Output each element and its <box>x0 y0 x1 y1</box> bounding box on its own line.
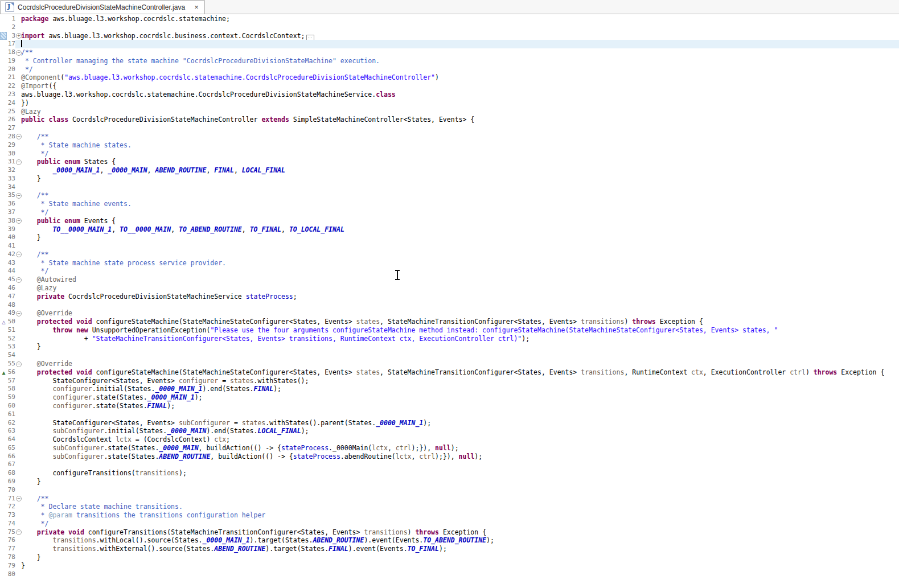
code-text[interactable]: transitions.withLocal().source(States._0… <box>21 536 899 545</box>
code-text[interactable] <box>21 124 899 133</box>
code-text[interactable]: @Component("aws.bluage.l3.workshop.cocrd… <box>21 73 899 82</box>
line-number[interactable]: 27 <box>7 124 15 133</box>
line-number[interactable]: 74 <box>7 520 15 528</box>
line-number[interactable]: 22 <box>7 82 15 91</box>
code-text[interactable]: configurer.state(States._0000_MAIN_1); <box>21 393 899 402</box>
code-text[interactable]: @Override <box>21 309 899 318</box>
line-number[interactable]: 62 <box>7 419 15 427</box>
code-text[interactable]: import aws.bluage.l3.workshop.cocrdslc.b… <box>21 32 899 40</box>
code-text[interactable]: public class CocrdslcProcedureDivisionSt… <box>21 116 899 124</box>
line-number[interactable]: 49 <box>7 309 15 318</box>
line-number[interactable]: 26 <box>7 116 15 124</box>
code-text[interactable]: /** <box>21 495 899 503</box>
line-number[interactable]: 23 <box>7 91 15 99</box>
code-text[interactable] <box>21 570 899 579</box>
code-editor[interactable]: 1package aws.bluage.l3.workshop.cocrdslc… <box>0 14 899 578</box>
line-number[interactable]: 33 <box>7 175 15 183</box>
code-text[interactable]: package aws.bluage.l3.workshop.cocrdslc.… <box>21 15 899 23</box>
line-number[interactable]: 1 <box>7 15 15 23</box>
code-text[interactable]: * @param transitions the transitions con… <box>21 511 899 520</box>
line-number[interactable]: 37 <box>7 208 15 217</box>
line-number[interactable]: 44 <box>7 267 15 276</box>
line-number[interactable]: 75 <box>7 528 15 537</box>
code-text[interactable] <box>21 183 899 192</box>
code-text[interactable]: aws.bluage.l3.workshop.cocrdslc.statemac… <box>21 91 899 99</box>
code-text[interactable] <box>21 410 899 419</box>
line-number[interactable]: 41 <box>7 242 15 250</box>
line-number[interactable]: 50 <box>7 318 15 326</box>
line-number[interactable]: 54 <box>7 351 15 360</box>
code-text[interactable]: private void configureTransitions(StateM… <box>21 528 899 537</box>
code-text[interactable]: @Autowired <box>21 276 899 284</box>
line-number[interactable]: 30 <box>7 150 15 158</box>
line-number[interactable]: 69 <box>7 478 15 486</box>
code-text[interactable] <box>21 23 899 32</box>
code-text[interactable]: /** <box>21 191 899 200</box>
code-text[interactable]: throw new UnsupportedOperationException(… <box>21 326 899 335</box>
code-text[interactable]: /** <box>21 48 899 57</box>
code-text[interactable]: subConfigurer.initial(States._0000_MAIN)… <box>21 427 899 435</box>
line-number[interactable]: 79 <box>7 562 15 570</box>
line-number[interactable]: 63 <box>7 427 15 435</box>
code-text[interactable]: } <box>21 233 899 242</box>
line-number[interactable]: 66 <box>7 453 15 461</box>
code-text[interactable]: @Lazy <box>21 108 899 116</box>
code-text[interactable]: transitions.withExternal().source(States… <box>21 545 899 553</box>
code-text[interactable] <box>21 486 899 495</box>
line-number[interactable]: 43 <box>7 259 15 268</box>
line-number[interactable]: 40 <box>7 233 15 242</box>
line-number[interactable]: 32 <box>7 166 15 175</box>
line-number[interactable]: 29 <box>7 141 15 150</box>
code-text[interactable] <box>21 40 899 48</box>
code-text[interactable]: configurer.initial(States._0000_MAIN_1).… <box>21 385 899 393</box>
line-number[interactable]: 47 <box>7 293 15 301</box>
code-text[interactable]: */ <box>21 208 899 217</box>
line-number[interactable]: 39 <box>7 225 15 234</box>
line-number[interactable]: 17 <box>7 40 15 48</box>
line-number[interactable]: 59 <box>7 393 15 402</box>
code-text[interactable] <box>21 351 899 360</box>
line-number[interactable]: 20 <box>7 65 15 74</box>
code-text[interactable]: protected void configureStateMachine(Sta… <box>21 368 899 377</box>
line-number[interactable]: 76 <box>7 536 15 545</box>
line-number[interactable]: 24 <box>7 99 15 108</box>
line-number[interactable]: 58 <box>7 385 15 393</box>
line-number[interactable]: 45 <box>7 276 15 284</box>
code-text[interactable]: } <box>21 562 899 570</box>
line-number[interactable]: 60 <box>7 402 15 410</box>
line-number[interactable]: 35 <box>7 191 15 200</box>
code-text[interactable]: StateConfigurer<States, Events> configur… <box>21 377 899 385</box>
code-text[interactable]: _0000_MAIN_1, _0000_MAIN, ABEND_ROUTINE,… <box>21 166 899 175</box>
line-number[interactable]: 18 <box>7 48 15 57</box>
code-text[interactable]: configureTransitions(transitions); <box>21 469 899 478</box>
override-indicator-icon[interactable]: △ <box>2 319 5 325</box>
code-text[interactable]: public enum States { <box>21 158 899 166</box>
tab-java-file[interactable]: CocrdslcProcedureDivisionStateMachineCon… <box>0 0 205 14</box>
code-text[interactable]: * Declare state machine transitions. <box>21 503 899 511</box>
line-number[interactable]: 77 <box>7 545 15 553</box>
code-text[interactable]: } <box>21 478 899 486</box>
line-number[interactable]: 25 <box>7 108 15 116</box>
line-number[interactable]: 64 <box>7 435 15 444</box>
code-text[interactable]: private CocrdslcProcedureDivisionStateMa… <box>21 293 899 301</box>
line-number[interactable]: 78 <box>7 553 15 562</box>
line-number[interactable]: 31 <box>7 158 15 166</box>
code-text[interactable]: * State machine states. <box>21 141 899 150</box>
line-number[interactable]: 51 <box>7 326 15 335</box>
code-text[interactable]: + "StateMachineTransitionConfigurer<Stat… <box>21 335 899 343</box>
line-number[interactable]: 19 <box>7 57 15 65</box>
line-number[interactable]: 42 <box>7 250 15 259</box>
code-text[interactable]: CocrdslcContext lctx = (CocrdslcContext)… <box>21 435 899 444</box>
code-text[interactable] <box>21 301 899 310</box>
line-number[interactable]: 68 <box>7 469 15 478</box>
line-number[interactable]: 70 <box>7 486 15 495</box>
line-number[interactable]: 34 <box>7 183 15 192</box>
line-number[interactable]: 2 <box>7 23 15 32</box>
line-number[interactable]: 57 <box>7 377 15 385</box>
code-text[interactable]: /** <box>21 133 899 141</box>
line-number[interactable]: 36 <box>7 200 15 208</box>
code-text[interactable]: } <box>21 553 899 562</box>
code-text[interactable]: subConfigurer.state(States.ABEND_ROUTINE… <box>21 453 899 461</box>
line-number[interactable]: 21 <box>7 73 15 82</box>
line-number[interactable]: 56 <box>7 368 15 377</box>
